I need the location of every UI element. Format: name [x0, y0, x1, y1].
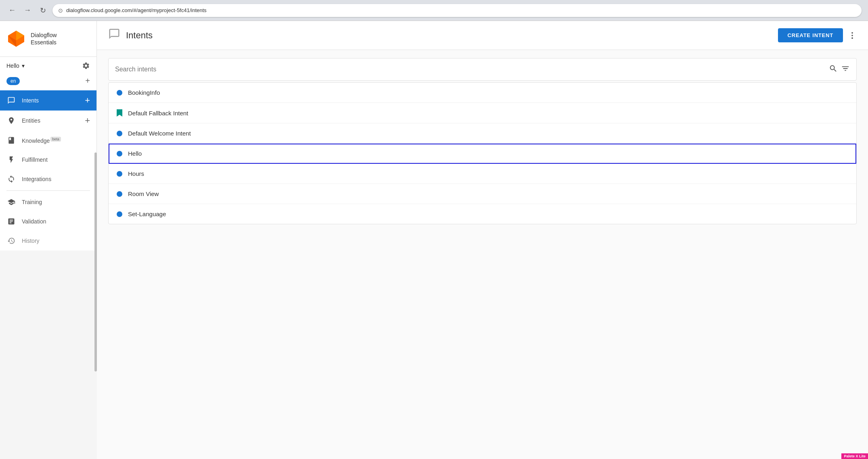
intent-bookmark-default-fallback [117, 109, 122, 117]
intent-name-hello: Hello [128, 150, 142, 157]
intent-item-default-welcome[interactable]: Default Welcome Intent [109, 123, 856, 144]
sidebar-nav: Intents + Entities + [0, 90, 96, 250]
intent-item-default-fallback[interactable]: Default Fallback Intent [109, 103, 856, 123]
intents-icon [6, 96, 16, 105]
entities-label: Entities [22, 117, 79, 124]
create-intent-button[interactable]: CREATE INTENT [778, 28, 843, 42]
fulfillment-icon [6, 155, 16, 165]
intent-item-hello[interactable]: Hello [109, 144, 856, 164]
address-bar[interactable]: ⊙ dialogflow.cloud.google.com/#/agent/my… [52, 4, 862, 17]
sidebar-header: Dialogflow Essentials [0, 21, 96, 57]
sidebar-item-validation[interactable]: Validation [0, 212, 96, 231]
main-content: Intents CREATE INTENT [97, 21, 868, 459]
intents-label: Intents [22, 97, 79, 104]
sidebar-item-knowledge[interactable]: Knowledgebeta [0, 131, 96, 150]
sidebar-item-entities[interactable]: Entities + [0, 111, 96, 131]
search-input[interactable] [115, 66, 824, 73]
history-label: History [22, 238, 90, 244]
sidebar-scroll-thumb [94, 152, 97, 371]
intent-dot-set-language [117, 211, 122, 217]
intent-item-booking-info[interactable]: BookingInfo [109, 83, 856, 103]
dialogflow-logo [6, 29, 26, 48]
validation-label: Validation [22, 218, 90, 225]
page-title-area: Intents [108, 28, 153, 43]
sidebar-item-training[interactable]: Training [0, 192, 96, 212]
history-icon [6, 236, 16, 246]
content-area: BookingInfo Default Fallback Intent Defa… [97, 50, 868, 459]
integrations-label: Integrations [22, 176, 90, 182]
back-button[interactable]: ← [6, 5, 18, 16]
intent-name-set-language: Set-Language [128, 211, 166, 217]
intents-list: BookingInfo Default Fallback Intent Defa… [108, 82, 857, 224]
intent-item-hours[interactable]: Hours [109, 164, 856, 184]
refresh-button[interactable]: ↻ [37, 5, 48, 16]
intents-add-button[interactable]: + [85, 95, 90, 106]
intent-name-default-fallback: Default Fallback Intent [128, 110, 188, 117]
intent-name-booking-info: BookingInfo [128, 89, 160, 96]
intent-dot-hours [117, 171, 122, 177]
sidebar-item-history[interactable]: History [0, 231, 96, 250]
more-options-button[interactable] [848, 31, 857, 40]
browser-chrome: ← → ↻ ⊙ dialogflow.cloud.google.com/#/ag… [0, 0, 868, 21]
add-language-button[interactable]: + [85, 76, 90, 86]
forward-button[interactable]: → [22, 5, 33, 16]
logo-text: Dialogflow Essentials [31, 31, 57, 46]
knowledge-label: Knowledgebeta [22, 137, 90, 144]
fulfillment-label: Fulfillment [22, 156, 90, 163]
agent-row: Hello ▾ [0, 57, 96, 75]
filter-icon[interactable] [841, 64, 850, 75]
entities-icon [6, 116, 16, 125]
agent-settings-button[interactable] [82, 62, 90, 70]
intents-page-icon [108, 28, 120, 43]
svg-point-5 [851, 37, 853, 39]
sidebar-scrollbar[interactable] [94, 21, 97, 459]
intent-name-room-view: Room View [128, 190, 159, 197]
sidebar-item-intents[interactable]: Intents + [0, 90, 96, 111]
app-container: Dialogflow Essentials Hello ▾ [0, 21, 868, 459]
intent-name-hours: Hours [128, 170, 144, 177]
sidebar-wrapper: Dialogflow Essentials Hello ▾ [0, 21, 97, 459]
header-actions: CREATE INTENT [778, 28, 857, 42]
intent-name-default-welcome: Default Welcome Intent [128, 130, 191, 137]
entities-add-button[interactable]: + [85, 115, 90, 126]
agent-name[interactable]: Hello ▾ [6, 63, 25, 69]
intent-dot-hello [117, 151, 122, 156]
main-header: Intents CREATE INTENT [97, 21, 868, 50]
intent-dot-booking-info [117, 90, 122, 96]
search-icon[interactable] [829, 64, 838, 75]
search-icons [829, 64, 850, 75]
palette-badge: Palete X Lite [841, 453, 868, 459]
search-container [108, 58, 857, 81]
intent-dot-room-view [117, 191, 122, 197]
page-title: Intents [126, 30, 153, 41]
address-icon: ⊙ [58, 7, 63, 14]
validation-icon [6, 217, 16, 226]
training-label: Training [22, 199, 90, 205]
knowledge-icon [6, 136, 16, 145]
url-text: dialogflow.cloud.google.com/#/agent/mypr… [66, 7, 207, 13]
sidebar: Dialogflow Essentials Hello ▾ [0, 21, 97, 250]
integrations-icon [6, 174, 16, 184]
svg-point-3 [851, 32, 853, 33]
intent-item-set-language[interactable]: Set-Language [109, 204, 856, 224]
sidebar-item-integrations[interactable]: Integrations [0, 169, 96, 189]
lang-row: en + [0, 75, 96, 90]
language-badge[interactable]: en [6, 77, 20, 85]
agent-dropdown-icon[interactable]: ▾ [22, 63, 25, 69]
svg-point-4 [851, 35, 853, 36]
intent-dot-default-welcome [117, 131, 122, 136]
sidebar-item-fulfillment[interactable]: Fulfillment [0, 150, 96, 169]
nav-divider-1 [6, 190, 90, 191]
training-icon [6, 197, 16, 207]
intent-item-room-view[interactable]: Room View [109, 184, 856, 204]
